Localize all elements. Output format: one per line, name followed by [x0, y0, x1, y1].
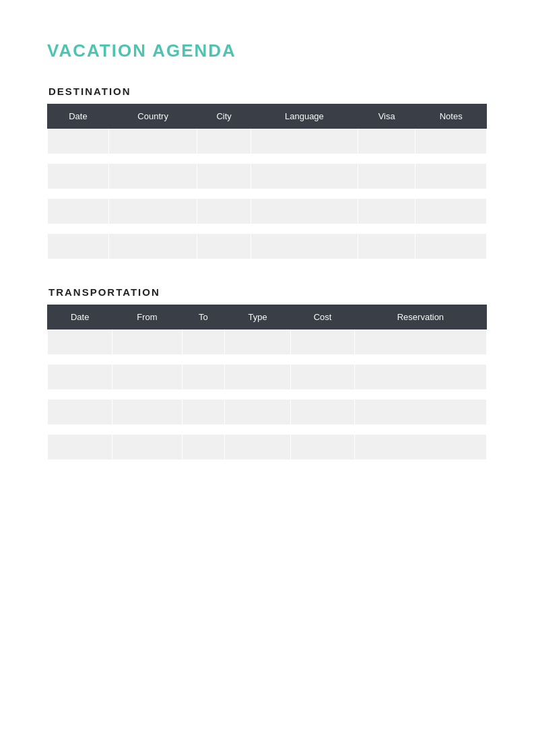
destination-section: DESTINATION Date Country City Language V… — [47, 86, 487, 259]
table-cell[interactable] — [354, 329, 486, 355]
table-cell[interactable] — [197, 199, 251, 224]
table-cell[interactable] — [48, 329, 112, 355]
dest-header-language: Language — [251, 104, 358, 129]
table-row[interactable] — [48, 435, 487, 460]
table-cell[interactable] — [415, 164, 487, 189]
table-cell[interactable] — [48, 199, 109, 224]
table-row[interactable] — [48, 164, 487, 189]
spacer-row — [48, 224, 487, 234]
table-cell[interactable] — [108, 234, 197, 259]
table-cell[interactable] — [354, 400, 486, 425]
spacer-row — [48, 390, 487, 400]
spacer-row — [48, 189, 487, 199]
table-cell[interactable] — [291, 365, 355, 390]
spacer-row — [48, 425, 487, 435]
table-cell[interactable] — [415, 129, 487, 154]
dest-header-city: City — [197, 104, 251, 129]
dest-header-country: Country — [108, 104, 197, 129]
transportation-section: TRANSPORTATION Date From To Type Cost Re… — [47, 286, 487, 460]
trans-header-type: Type — [225, 305, 291, 329]
table-cell[interactable] — [358, 164, 415, 189]
table-cell[interactable] — [354, 365, 486, 390]
table-cell[interactable] — [108, 164, 197, 189]
trans-header-cost: Cost — [291, 305, 355, 329]
table-cell[interactable] — [291, 329, 355, 355]
table-cell[interactable] — [197, 234, 251, 259]
destination-header-row: Date Country City Language Visa Notes — [48, 104, 487, 129]
table-cell[interactable] — [291, 435, 355, 460]
dest-header-notes: Notes — [415, 104, 487, 129]
table-cell[interactable] — [358, 199, 415, 224]
table-cell[interactable] — [48, 365, 112, 390]
table-cell[interactable] — [251, 199, 358, 224]
table-cell[interactable] — [197, 164, 251, 189]
table-cell[interactable] — [182, 400, 225, 425]
table-row[interactable] — [48, 199, 487, 224]
table-cell[interactable] — [112, 365, 182, 390]
table-cell[interactable] — [48, 234, 109, 259]
table-cell[interactable] — [358, 129, 415, 154]
table-cell[interactable] — [251, 234, 358, 259]
spacer-row — [48, 154, 487, 164]
table-cell[interactable] — [415, 234, 487, 259]
transportation-table: Date From To Type Cost Reservation — [47, 305, 487, 460]
transportation-section-title: TRANSPORTATION — [47, 286, 487, 298]
table-cell[interactable] — [225, 400, 291, 425]
table-cell[interactable] — [48, 164, 109, 189]
trans-header-reservation: Reservation — [354, 305, 486, 329]
table-cell[interactable] — [225, 365, 291, 390]
table-cell[interactable] — [108, 199, 197, 224]
table-cell[interactable] — [225, 329, 291, 355]
table-row[interactable] — [48, 234, 487, 259]
table-cell[interactable] — [112, 435, 182, 460]
table-cell[interactable] — [251, 129, 358, 154]
table-cell[interactable] — [48, 129, 109, 154]
table-row[interactable] — [48, 129, 487, 154]
table-row[interactable] — [48, 365, 487, 390]
table-cell[interactable] — [291, 400, 355, 425]
table-cell[interactable] — [354, 435, 486, 460]
spacer-row — [48, 355, 487, 365]
table-cell[interactable] — [112, 400, 182, 425]
dest-header-date: Date — [48, 104, 109, 129]
table-cell[interactable] — [197, 129, 251, 154]
table-cell[interactable] — [415, 199, 487, 224]
table-cell[interactable] — [108, 129, 197, 154]
table-cell[interactable] — [48, 400, 112, 425]
table-cell[interactable] — [182, 329, 225, 355]
transport-header-row: Date From To Type Cost Reservation — [48, 305, 487, 329]
table-cell[interactable] — [251, 164, 358, 189]
table-cell[interactable] — [112, 329, 182, 355]
trans-header-from: From — [112, 305, 182, 329]
dest-header-visa: Visa — [358, 104, 415, 129]
page-title: VACATION AGENDA — [47, 40, 487, 61]
trans-header-to: To — [182, 305, 225, 329]
table-row[interactable] — [48, 400, 487, 425]
table-cell[interactable] — [182, 365, 225, 390]
table-cell[interactable] — [48, 435, 112, 460]
table-row[interactable] — [48, 329, 487, 355]
trans-header-date: Date — [48, 305, 112, 329]
table-cell[interactable] — [182, 435, 225, 460]
destination-section-title: DESTINATION — [47, 86, 487, 97]
table-cell[interactable] — [225, 435, 291, 460]
table-cell[interactable] — [358, 234, 415, 259]
destination-table: Date Country City Language Visa Notes — [47, 104, 487, 259]
